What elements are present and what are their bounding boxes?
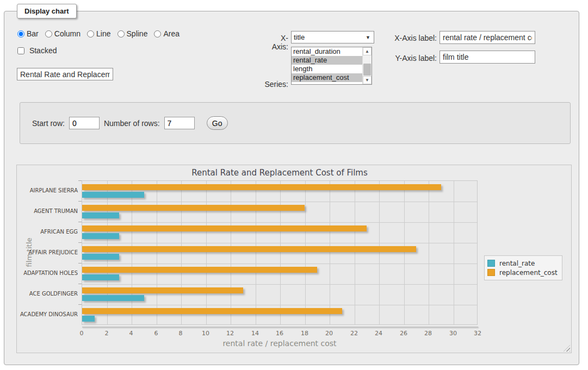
chart-container: Rental Rate and Replacement Cost of Film… — [16, 165, 572, 353]
gridline-horizontal — [82, 222, 477, 223]
chevron-down-icon: ▼ — [366, 35, 372, 40]
bar-replacement-cost-3 — [82, 246, 416, 252]
gridline-vertical — [330, 181, 330, 324]
y-axis-label-input[interactable] — [440, 51, 535, 64]
stacked-checkbox-row: Stacked — [17, 46, 57, 55]
radio-bar[interactable] — [17, 30, 24, 37]
scroll-up-icon[interactable]: ▲ — [363, 47, 372, 55]
gridline-vertical — [429, 181, 429, 324]
gridline-vertical — [280, 181, 281, 324]
bar-rental-rate-4 — [82, 274, 119, 280]
gridline-vertical — [231, 181, 231, 324]
bar-replacement-cost-2 — [82, 225, 367, 231]
chart-controls: BarColumnLineSplineArea Stacked X-Axis: … — [4, 11, 579, 101]
x-axis-select-label: X-Axis: — [265, 34, 288, 51]
x-tick-label: 16 — [270, 330, 289, 337]
x-tick-label: 6 — [147, 330, 165, 337]
y-tick-mark — [78, 201, 82, 202]
start-row-label: Start row: — [32, 119, 65, 128]
bar-replacement-cost-5 — [82, 287, 243, 293]
series-option-rental_duration[interactable]: rental_duration — [292, 47, 362, 56]
gridline-horizontal — [82, 243, 477, 243]
stacked-checkbox[interactable] — [17, 47, 24, 54]
display-chart-fieldset: Display chart BarColumnLineSplineArea St… — [4, 11, 579, 365]
x-tick-label: 18 — [295, 330, 314, 337]
scrollbar-thumb[interactable] — [363, 64, 371, 76]
chart-title-input[interactable] — [17, 68, 113, 80]
x-axis-label-label: X-Axis label: — [393, 34, 437, 42]
y-tick-label: ACADEMY DINOSAUR — [19, 311, 78, 317]
x-tick-label: 8 — [171, 330, 190, 337]
row-range-panel: Start row: Number of rows: Go — [20, 102, 571, 144]
legend-label: replacement_cost — [499, 269, 558, 277]
radio-line[interactable] — [87, 30, 94, 37]
num-rows-input[interactable] — [164, 117, 195, 129]
series-option-length[interactable]: length — [292, 65, 362, 73]
radio-area[interactable] — [154, 30, 161, 37]
x-axis-label-input[interactable] — [440, 31, 535, 44]
scroll-down-icon[interactable]: ▼ — [363, 76, 372, 84]
series-multiselect[interactable]: rental_durationrental_ratelengthreplacem… — [291, 47, 372, 85]
chart-type-radio-column[interactable]: Column — [45, 29, 81, 38]
legend-item-replacement_cost: replacement_cost — [487, 268, 558, 277]
y-tick-mark — [78, 180, 82, 181]
resize-handle-icon[interactable] — [564, 345, 570, 352]
chart-type-radio-area[interactable]: Area — [154, 29, 180, 38]
x-tick-label: 22 — [345, 330, 363, 337]
series-option-rental_rate[interactable]: rental_rate — [292, 56, 362, 65]
x-tick-label: 24 — [369, 330, 388, 337]
bar-rental-rate-3 — [82, 254, 119, 260]
gridline-vertical — [107, 181, 108, 324]
x-tick-label: 2 — [97, 330, 116, 337]
gridline-horizontal — [82, 284, 477, 285]
gridline-vertical — [181, 181, 182, 324]
y-tick-label: AFRICAN EGG — [19, 229, 78, 235]
chart-plot-area — [82, 180, 478, 325]
bar-replacement-cost-6 — [82, 308, 342, 314]
bar-replacement-cost-4 — [82, 267, 317, 273]
series-options: rental_durationrental_ratelengthreplacem… — [292, 47, 362, 84]
series-option-replacement_cost[interactable]: replacement_cost — [292, 73, 362, 82]
x-tick-label: 32 — [468, 330, 487, 337]
radio-spline[interactable] — [117, 30, 125, 37]
y-tick-label: AIRPLANE SIERRA — [19, 187, 78, 193]
chart-title: Rental Rate and Replacement Cost of Film… — [82, 168, 478, 178]
gridline-horizontal — [82, 305, 477, 305]
series-list-label: Series: — [253, 80, 288, 89]
y-tick-mark — [78, 304, 82, 305]
y-tick-mark — [78, 284, 82, 284]
y-tick-mark — [78, 263, 82, 264]
gridline-vertical — [132, 181, 132, 324]
chart-type-radio-spline[interactable]: Spline — [117, 29, 148, 38]
chart-x-axis-label: rental rate / replacement cost — [82, 339, 478, 348]
bar-rental-rate-6 — [82, 316, 95, 322]
y-axis-label-label: Y-Axis label: — [393, 54, 437, 62]
y-tick-label: ADAPTATION HOLES — [19, 270, 78, 276]
x-tick-label: 12 — [221, 330, 239, 337]
bar-rental-rate-1 — [82, 212, 119, 218]
x-tick-label: 14 — [246, 330, 264, 337]
y-tick-mark — [78, 242, 82, 243]
bar-rental-rate-0 — [82, 192, 144, 198]
gridline-vertical — [256, 181, 256, 324]
gridline-vertical — [305, 181, 306, 324]
chart-type-radio-line[interactable]: Line — [87, 29, 110, 38]
bar-rental-rate-5 — [82, 295, 144, 301]
start-row-input[interactable] — [69, 117, 100, 129]
x-tick-label: 30 — [444, 330, 462, 337]
x-axis-select[interactable]: title ▼ — [291, 31, 374, 43]
gridline-vertical — [404, 181, 405, 324]
bar-rental-rate-2 — [82, 233, 119, 239]
x-tick-label: 10 — [196, 330, 215, 337]
stacked-label[interactable]: Stacked — [29, 46, 57, 55]
chart-type-radio-group: BarColumnLineSplineArea — [17, 29, 184, 38]
series-scrollbar[interactable]: ▲ ▼ — [362, 47, 372, 84]
num-rows-label: Number of rows: — [104, 119, 160, 128]
fieldset-legend: Display chart — [17, 4, 77, 18]
radio-column[interactable] — [45, 30, 52, 37]
scrollbar-track[interactable] — [363, 55, 372, 76]
chart-type-radio-bar[interactable]: Bar — [17, 29, 39, 38]
chart-legend: rental_ratereplacement_cost — [484, 255, 562, 280]
go-button[interactable]: Go — [207, 116, 228, 130]
gridline-vertical — [157, 181, 157, 324]
